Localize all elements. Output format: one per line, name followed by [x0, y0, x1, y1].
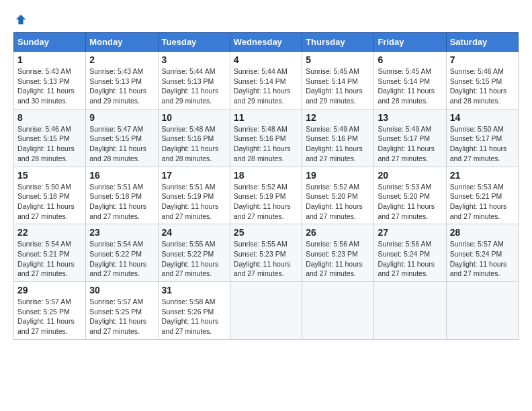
- calendar-day-cell: 25Sunrise: 5:55 AMSunset: 5:23 PMDayligh…: [230, 224, 302, 282]
- day-number: 15: [17, 170, 82, 181]
- calendar-day-cell: 23Sunrise: 5:54 AMSunset: 5:22 PMDayligh…: [86, 224, 158, 282]
- calendar-day-cell: 22Sunrise: 5:54 AMSunset: 5:21 PMDayligh…: [14, 224, 86, 282]
- day-info: Sunrise: 5:52 AMSunset: 5:20 PMDaylight:…: [306, 182, 370, 222]
- calendar-day-cell: 27Sunrise: 5:56 AMSunset: 5:24 PMDayligh…: [374, 224, 446, 282]
- calendar-week-row: 8Sunrise: 5:46 AMSunset: 5:15 PMDaylight…: [14, 109, 519, 167]
- day-info: Sunrise: 5:43 AMSunset: 5:13 PMDaylight:…: [17, 66, 82, 106]
- calendar-header-cell: Monday: [86, 33, 158, 52]
- day-info: Sunrise: 5:50 AMSunset: 5:18 PMDaylight:…: [17, 182, 82, 222]
- calendar-day-cell: 16Sunrise: 5:51 AMSunset: 5:18 PMDayligh…: [86, 167, 158, 224]
- calendar-day-cell: 7Sunrise: 5:46 AMSunset: 5:15 PMDaylight…: [446, 52, 518, 109]
- day-number: 3: [162, 54, 226, 65]
- calendar-day-cell: 21Sunrise: 5:53 AMSunset: 5:21 PMDayligh…: [446, 167, 518, 224]
- day-info: Sunrise: 5:52 AMSunset: 5:19 PMDaylight:…: [234, 182, 298, 222]
- calendar-day-cell: 30Sunrise: 5:57 AMSunset: 5:25 PMDayligh…: [86, 282, 158, 340]
- day-info: Sunrise: 5:56 AMSunset: 5:23 PMDaylight:…: [306, 239, 370, 279]
- day-info: Sunrise: 5:45 AMSunset: 5:14 PMDaylight:…: [306, 66, 370, 106]
- day-info: Sunrise: 5:53 AMSunset: 5:21 PMDaylight:…: [450, 182, 515, 222]
- day-number: 25: [234, 227, 298, 238]
- day-info: Sunrise: 5:51 AMSunset: 5:18 PMDaylight:…: [89, 182, 154, 222]
- calendar-week-row: 1Sunrise: 5:43 AMSunset: 5:13 PMDaylight…: [14, 52, 519, 109]
- calendar-header-cell: Wednesday: [230, 33, 302, 52]
- calendar-header-cell: Sunday: [14, 33, 86, 52]
- day-number: 19: [306, 170, 370, 181]
- day-number: 9: [89, 112, 154, 123]
- day-info: Sunrise: 5:55 AMSunset: 5:23 PMDaylight:…: [234, 239, 298, 279]
- day-number: 26: [306, 227, 370, 238]
- calendar-week-row: 22Sunrise: 5:54 AMSunset: 5:21 PMDayligh…: [14, 224, 519, 282]
- day-info: Sunrise: 5:57 AMSunset: 5:25 PMDaylight:…: [89, 297, 154, 336]
- calendar-day-cell: 11Sunrise: 5:48 AMSunset: 5:16 PMDayligh…: [230, 109, 302, 167]
- calendar-day-cell: [230, 282, 302, 340]
- logo-icon: [15, 13, 27, 26]
- calendar-day-cell: 24Sunrise: 5:55 AMSunset: 5:22 PMDayligh…: [158, 224, 230, 282]
- day-info: Sunrise: 5:50 AMSunset: 5:17 PMDaylight:…: [450, 124, 515, 164]
- day-info: Sunrise: 5:51 AMSunset: 5:19 PMDaylight:…: [162, 182, 226, 222]
- calendar-day-cell: 1Sunrise: 5:43 AMSunset: 5:13 PMDaylight…: [14, 52, 86, 109]
- calendar-day-cell: 4Sunrise: 5:44 AMSunset: 5:14 PMDaylight…: [230, 52, 302, 109]
- day-number: 27: [378, 227, 442, 238]
- day-info: Sunrise: 5:48 AMSunset: 5:16 PMDaylight:…: [234, 124, 298, 164]
- calendar-day-cell: 12Sunrise: 5:49 AMSunset: 5:16 PMDayligh…: [302, 109, 374, 167]
- calendar-day-cell: 8Sunrise: 5:46 AMSunset: 5:15 PMDaylight…: [14, 109, 86, 167]
- calendar-day-cell: 19Sunrise: 5:52 AMSunset: 5:20 PMDayligh…: [302, 167, 374, 224]
- day-number: 22: [17, 227, 82, 238]
- calendar-day-cell: 18Sunrise: 5:52 AMSunset: 5:19 PMDayligh…: [230, 167, 302, 224]
- calendar-day-cell: 2Sunrise: 5:43 AMSunset: 5:13 PMDaylight…: [86, 52, 158, 109]
- day-number: 17: [162, 170, 226, 181]
- day-info: Sunrise: 5:56 AMSunset: 5:24 PMDaylight:…: [378, 239, 442, 279]
- day-info: Sunrise: 5:57 AMSunset: 5:24 PMDaylight:…: [450, 239, 515, 279]
- calendar-day-cell: 15Sunrise: 5:50 AMSunset: 5:18 PMDayligh…: [14, 167, 86, 224]
- calendar-day-cell: [302, 282, 374, 340]
- day-info: Sunrise: 5:53 AMSunset: 5:20 PMDaylight:…: [378, 182, 442, 222]
- day-number: 23: [89, 227, 154, 238]
- calendar-day-cell: 17Sunrise: 5:51 AMSunset: 5:19 PMDayligh…: [158, 167, 230, 224]
- calendar-day-cell: [374, 282, 446, 340]
- day-number: 10: [162, 112, 226, 123]
- day-number: 6: [378, 54, 442, 65]
- calendar-header-cell: Friday: [374, 33, 446, 52]
- calendar-day-cell: [446, 282, 518, 340]
- day-info: Sunrise: 5:55 AMSunset: 5:22 PMDaylight:…: [162, 239, 226, 279]
- day-number: 2: [89, 54, 154, 65]
- calendar-day-cell: 31Sunrise: 5:58 AMSunset: 5:26 PMDayligh…: [158, 282, 230, 340]
- day-info: Sunrise: 5:49 AMSunset: 5:16 PMDaylight:…: [306, 124, 370, 164]
- day-number: 24: [162, 227, 226, 238]
- day-info: Sunrise: 5:49 AMSunset: 5:17 PMDaylight:…: [378, 124, 442, 164]
- calendar-day-cell: 29Sunrise: 5:57 AMSunset: 5:25 PMDayligh…: [14, 282, 86, 340]
- day-info: Sunrise: 5:45 AMSunset: 5:14 PMDaylight:…: [378, 66, 442, 106]
- day-info: Sunrise: 5:43 AMSunset: 5:13 PMDaylight:…: [89, 66, 154, 106]
- calendar-day-cell: 28Sunrise: 5:57 AMSunset: 5:24 PMDayligh…: [446, 224, 518, 282]
- day-number: 12: [306, 112, 370, 123]
- calendar-body: 1Sunrise: 5:43 AMSunset: 5:13 PMDaylight…: [14, 52, 519, 340]
- calendar-week-row: 15Sunrise: 5:50 AMSunset: 5:18 PMDayligh…: [14, 167, 519, 224]
- day-number: 4: [234, 54, 298, 65]
- page-header: [13, 13, 519, 26]
- day-number: 29: [17, 285, 82, 295]
- day-info: Sunrise: 5:48 AMSunset: 5:16 PMDaylight:…: [162, 124, 226, 164]
- day-number: 14: [450, 112, 515, 123]
- day-info: Sunrise: 5:54 AMSunset: 5:22 PMDaylight:…: [89, 239, 154, 279]
- day-number: 1: [17, 54, 82, 65]
- day-info: Sunrise: 5:58 AMSunset: 5:26 PMDaylight:…: [162, 297, 226, 336]
- day-info: Sunrise: 5:44 AMSunset: 5:13 PMDaylight:…: [162, 66, 226, 106]
- svg-marker-0: [16, 15, 26, 24]
- calendar-day-cell: 5Sunrise: 5:45 AMSunset: 5:14 PMDaylight…: [302, 52, 374, 109]
- day-info: Sunrise: 5:47 AMSunset: 5:15 PMDaylight:…: [89, 124, 154, 164]
- day-number: 11: [234, 112, 298, 123]
- day-info: Sunrise: 5:54 AMSunset: 5:21 PMDaylight:…: [17, 239, 82, 279]
- day-number: 28: [450, 227, 515, 238]
- calendar-day-cell: 26Sunrise: 5:56 AMSunset: 5:23 PMDayligh…: [302, 224, 374, 282]
- calendar-week-row: 29Sunrise: 5:57 AMSunset: 5:25 PMDayligh…: [14, 282, 519, 340]
- day-info: Sunrise: 5:46 AMSunset: 5:15 PMDaylight:…: [17, 124, 82, 164]
- day-info: Sunrise: 5:57 AMSunset: 5:25 PMDaylight:…: [17, 297, 82, 336]
- day-number: 30: [89, 285, 154, 295]
- calendar-day-cell: 10Sunrise: 5:48 AMSunset: 5:16 PMDayligh…: [158, 109, 230, 167]
- calendar-table: SundayMondayTuesdayWednesdayThursdayFrid…: [13, 32, 519, 340]
- calendar-day-cell: 13Sunrise: 5:49 AMSunset: 5:17 PMDayligh…: [374, 109, 446, 167]
- logo: [13, 13, 28, 26]
- calendar-day-cell: 6Sunrise: 5:45 AMSunset: 5:14 PMDaylight…: [374, 52, 446, 109]
- day-info: Sunrise: 5:46 AMSunset: 5:15 PMDaylight:…: [450, 66, 515, 106]
- calendar-day-cell: 3Sunrise: 5:44 AMSunset: 5:13 PMDaylight…: [158, 52, 230, 109]
- calendar-day-cell: 9Sunrise: 5:47 AMSunset: 5:15 PMDaylight…: [86, 109, 158, 167]
